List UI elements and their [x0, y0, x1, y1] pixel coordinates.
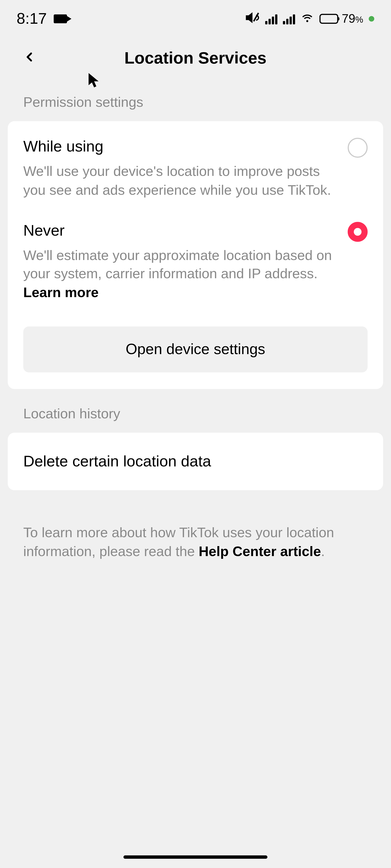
- help-center-link[interactable]: Help Center article: [199, 543, 321, 559]
- learn-more-link[interactable]: Learn more: [23, 284, 99, 300]
- option-never-title: Never: [23, 222, 65, 240]
- delete-location-data-button[interactable]: Delete certain location data: [23, 453, 368, 470]
- battery-indicator: 79%: [320, 12, 363, 26]
- history-section-label: Location history: [0, 394, 391, 427]
- battery-text: 79%: [342, 12, 363, 26]
- option-never[interactable]: Never We'll estimate your approximate lo…: [23, 211, 368, 313]
- signal-icon-2: [283, 13, 295, 24]
- status-left: 8:17: [17, 10, 67, 28]
- back-button[interactable]: [11, 44, 48, 72]
- home-indicator[interactable]: [123, 856, 267, 859]
- video-recording-icon: [54, 14, 67, 23]
- header: Location Services: [0, 38, 391, 83]
- permission-card: While using We'll use your device's loca…: [8, 121, 383, 389]
- status-time: 8:17: [17, 10, 47, 28]
- radio-never[interactable]: [348, 222, 368, 242]
- option-while-using[interactable]: While using We'll use your device's loca…: [23, 138, 368, 211]
- option-while-using-title: While using: [23, 138, 103, 156]
- status-bar: 8:17: [0, 0, 391, 38]
- option-while-using-description: We'll use your device's location to impr…: [23, 162, 368, 211]
- history-card: Delete certain location data: [8, 433, 383, 490]
- status-right: 79%: [245, 10, 374, 27]
- wifi-icon: [301, 11, 314, 27]
- open-device-settings-button[interactable]: Open device settings: [23, 327, 368, 372]
- footer-text: To learn more about how TikTok uses your…: [0, 496, 391, 588]
- mute-icon: [245, 10, 260, 27]
- privacy-indicator-dot: [369, 16, 374, 22]
- page-title: Location Services: [124, 49, 266, 68]
- permission-section-label: Permission settings: [0, 83, 391, 116]
- radio-while-using[interactable]: [348, 138, 368, 158]
- battery-icon: [320, 14, 338, 24]
- cursor-icon: [88, 72, 101, 91]
- signal-icon: [265, 13, 277, 24]
- option-never-description: We'll estimate your approximate location…: [23, 246, 368, 313]
